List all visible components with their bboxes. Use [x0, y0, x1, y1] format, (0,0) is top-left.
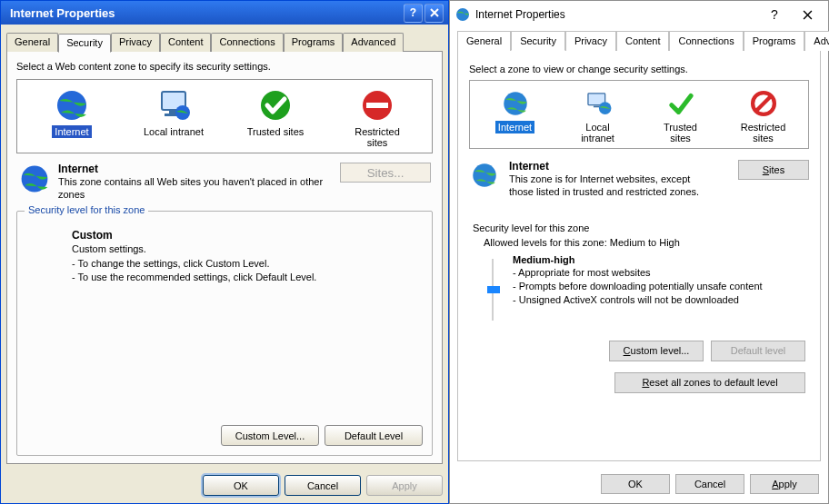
dialog-buttons: OK Cancel Apply	[1, 469, 448, 503]
zone-label: Internet	[495, 121, 534, 133]
tabs: General Security Privacy Content Connect…	[457, 30, 821, 50]
instruction-text: Select a Web content zone to specify its…	[16, 61, 433, 72]
titlebar[interactable]: Internet Properties ?	[450, 1, 828, 28]
close-button[interactable]	[424, 4, 444, 23]
zone-description: This zone is for Internet websites, exce…	[509, 173, 709, 199]
window-title: Internet Properties	[475, 8, 755, 21]
zone-restricted-sites[interactable]: Restrictedsites	[731, 86, 796, 146]
monitor-globe-icon	[583, 88, 614, 119]
help-button[interactable]: ?	[761, 1, 788, 28]
zone-trusted-sites[interactable]: Trusted sites	[235, 85, 316, 151]
ok-button[interactable]: OK	[601, 474, 670, 494]
zone-label: Restrictedsites	[738, 121, 789, 144]
tab-programs[interactable]: Programs	[744, 31, 805, 51]
zone-label: Internet	[52, 125, 91, 138]
close-icon	[430, 8, 439, 17]
monitor-globe-icon	[155, 87, 192, 124]
zone-label: Restrictedsites	[352, 125, 403, 149]
zone-label: Local intranet	[141, 125, 206, 138]
group-label: Security level for this zone	[473, 222, 805, 233]
cancel-button[interactable]: Cancel	[285, 475, 361, 496]
help-button[interactable]: ?	[404, 4, 423, 23]
zone-label: Trusted sites	[650, 121, 712, 144]
zone-label: Local intranet	[567, 121, 629, 144]
zone-detail: Internet This zone contains all Web site…	[18, 163, 431, 202]
tabs: General Security Privacy Content Connect…	[6, 32, 443, 51]
globe-icon	[455, 7, 470, 22]
no-entry-icon	[359, 87, 395, 124]
tab-general[interactable]: General	[6, 33, 58, 52]
custom-settings: Custom Custom settings. - To change the …	[72, 228, 423, 285]
tab-security[interactable]: Security	[58, 34, 111, 53]
internet-properties-win10: Internet Properties ? General Security P…	[449, 0, 829, 504]
zone-internet[interactable]: Internet	[483, 86, 548, 146]
svg-line-15	[755, 96, 771, 112]
allowed-levels: Allowed levels for this zone: Medium to …	[484, 237, 805, 248]
tab-programs[interactable]: Programs	[284, 33, 344, 52]
tab-advanced[interactable]: Advanced	[343, 33, 404, 52]
zone-restricted-sites[interactable]: Restrictedsites	[336, 85, 418, 151]
close-button[interactable]	[794, 1, 821, 28]
globe-icon	[500, 88, 531, 119]
tab-content[interactable]: Content	[160, 33, 212, 52]
tab-security[interactable]: Security	[511, 31, 565, 51]
tab-privacy[interactable]: Privacy	[565, 31, 616, 51]
level-info: Medium-high - Appropriate for most websi…	[513, 253, 763, 307]
zone-description: This zone contains all Web sites you hav…	[58, 175, 340, 202]
reset-all-button[interactable]: Reset all zones to default level	[614, 372, 805, 393]
tab-connections[interactable]: Connections	[669, 31, 743, 51]
check-icon	[665, 88, 696, 119]
no-sign-icon	[748, 88, 779, 119]
globe-icon	[18, 163, 51, 195]
zone-name: Internet	[58, 163, 340, 175]
security-slider[interactable]	[484, 253, 502, 326]
default-level-button: Default level	[711, 341, 805, 361]
tab-connections[interactable]: Connections	[211, 33, 283, 52]
zone-local-intranet[interactable]: Local intranet	[565, 86, 631, 146]
zone-list: Internet Local intranet Trusted sites	[16, 79, 433, 153]
custom-level-button[interactable]: Custom Level...	[221, 425, 319, 446]
tab-content[interactable]: Content	[616, 31, 670, 51]
check-circle-icon	[257, 87, 294, 124]
default-level-button[interactable]: Default Level	[325, 425, 423, 446]
window-title: Internet Properties	[10, 6, 402, 20]
globe-icon	[469, 160, 500, 191]
cancel-button[interactable]: Cancel	[675, 474, 744, 494]
ok-button[interactable]: OK	[203, 475, 279, 496]
zone-detail: Internet This zone is for Internet websi…	[469, 160, 809, 199]
zone-label: Trusted sites	[245, 125, 307, 138]
tab-privacy[interactable]: Privacy	[111, 33, 160, 52]
internet-properties-xp: Internet Properties ? General Security P…	[0, 0, 449, 504]
svg-rect-12	[593, 106, 599, 108]
security-panel: Select a Web content zone to specify its…	[6, 51, 443, 464]
titlebar[interactable]: Internet Properties ?	[1, 1, 448, 25]
tab-general[interactable]: General	[457, 31, 511, 51]
globe-icon	[54, 87, 90, 124]
zone-local-intranet[interactable]: Local intranet	[133, 85, 215, 151]
apply-button[interactable]: Apply	[750, 474, 819, 494]
tab-advanced[interactable]: Advanced	[804, 31, 829, 51]
security-level-group: Security level for this zone Allowed lev…	[469, 215, 809, 451]
zone-internet[interactable]: Internet	[31, 85, 113, 151]
close-icon	[803, 10, 813, 20]
custom-level-button[interactable]: Custom level...	[609, 341, 704, 361]
apply-button: Apply	[366, 475, 443, 496]
zone-name: Internet	[509, 160, 709, 173]
zone-list: Internet Local intranet Trusted sites	[469, 80, 809, 149]
security-panel: Select a zone to view or change security…	[457, 50, 821, 461]
instruction-text: Select a zone to view or change security…	[469, 64, 809, 74]
slider-thumb-icon	[487, 286, 500, 293]
security-level-group: Security level for this zone Custom Cust…	[16, 211, 433, 456]
svg-rect-7	[366, 103, 388, 108]
sites-button[interactable]: Sites	[738, 160, 809, 180]
dialog-buttons: OK Cancel Apply	[450, 467, 828, 503]
group-label: Security level for this zone	[25, 204, 148, 215]
svg-point-13	[598, 102, 611, 114]
zone-trusted-sites[interactable]: Trusted sites	[648, 86, 714, 146]
sites-button: Sites...	[340, 163, 431, 183]
